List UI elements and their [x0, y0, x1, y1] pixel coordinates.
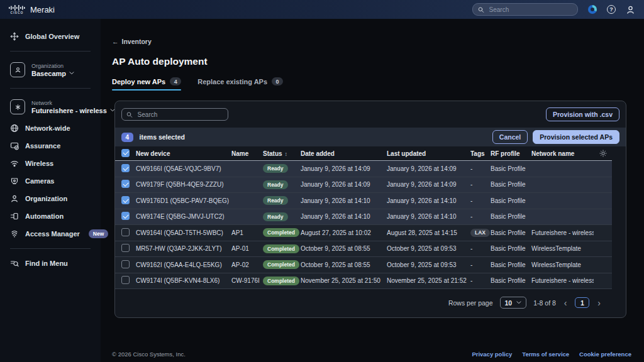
status-badge: Completed [263, 228, 299, 237]
search-icon [126, 111, 133, 118]
rf-profile-cell: Basic Profile [491, 197, 531, 204]
sidebar-divider [10, 88, 91, 89]
sidebar-item-label: Automation [25, 212, 64, 220]
tag-pill: LAX [470, 229, 490, 237]
globe-icon [10, 124, 19, 133]
organization-box-icon [10, 62, 25, 77]
sidebar-item-label: Wireless [25, 160, 53, 167]
network-switcher[interactable]: Network Futureishere - wireless [0, 94, 101, 119]
global-search-input[interactable] [488, 6, 572, 14]
row-checkbox[interactable] [121, 212, 130, 220]
last-updated-cell: October 9, 2025 at 09:53 [387, 245, 470, 252]
meraki-dashboard: CISCO Meraki ? Global Overview Orga [0, 0, 644, 362]
name-cell: AP-02 [231, 261, 263, 268]
rows-per-page-select[interactable]: 10 [500, 297, 527, 309]
col-status[interactable]: Status↕ [263, 150, 301, 157]
automation-icon [10, 212, 19, 221]
sidebar-item-cameras[interactable]: Cameras [0, 172, 101, 190]
status-badge: Completed [263, 244, 299, 253]
organization-switcher[interactable]: Organization Basecamp [0, 57, 101, 82]
provision-selected-button[interactable]: Provision selected APs [533, 130, 619, 144]
date-added-cell: October 9, 2025 at 08:55 [301, 261, 387, 268]
date-added-cell: August 27, 2025 at 10:02 [301, 229, 387, 236]
select-all-checkbox[interactable] [121, 149, 130, 157]
wifi-icon [10, 159, 19, 168]
table-row[interactable]: CW9166I (Q5AE-VQJC-9BV7) Ready January 9… [115, 161, 612, 177]
network-value: Futureishere - wireless [31, 107, 107, 114]
sidebar-divider [10, 248, 91, 249]
column-settings-icon[interactable] [599, 150, 612, 157]
device-cell: CW9166I (Q5AE-VQJC-9BV7) [136, 165, 231, 172]
provision-csv-button[interactable]: Provision with .csv [546, 107, 619, 121]
tags-cell: - [470, 261, 491, 268]
sidebar-item-assurance[interactable]: Assurance [0, 137, 101, 155]
table-row[interactable]: CW9174E (Q5BG-JMVJ-UTC2) Ready January 9… [115, 209, 612, 226]
tags-cell: LAX [470, 229, 491, 237]
privacy-policy-link[interactable]: Privacy policy [472, 351, 512, 358]
back-link-inventory[interactable]: ← Inventory [112, 38, 152, 45]
col-date-added: Date added [301, 150, 387, 157]
current-page-button[interactable]: 1 [575, 297, 589, 308]
next-page-button[interactable]: › [596, 299, 602, 307]
row-checkbox[interactable] [121, 196, 130, 204]
tags-cell: - [470, 245, 491, 252]
status-badge: Ready [263, 180, 288, 189]
tags-cell: - [470, 181, 491, 188]
sidebar-item-label: Assurance [25, 142, 60, 150]
global-overview-icon [10, 32, 19, 41]
back-arrow-icon: ← [112, 38, 119, 45]
sidebar-item-wireless[interactable]: Wireless [0, 155, 101, 172]
status-badge: Ready [263, 212, 288, 221]
cookie-preference-link[interactable]: Cookie preference [579, 351, 631, 358]
pagination: Rows per page 10 1-8 of 8 ‹ 1 › [115, 289, 626, 317]
rf-profile-cell: Basic Profile [491, 181, 531, 188]
name-cell: AP1 [231, 229, 263, 236]
card-toolbar: Provision with .csv [115, 101, 626, 128]
table-search[interactable] [121, 108, 228, 121]
terms-of-service-link[interactable]: Terms of service [522, 351, 569, 358]
table-row[interactable]: CW9176D1 (Q5BC-PAV7-BQEG) Ready January … [115, 193, 612, 209]
last-updated-cell: January 9, 2026 at 14:09 [387, 181, 470, 188]
main-content: ← Inventory AP Auto deployment Deploy ne… [101, 19, 644, 346]
row-checkbox[interactable] [121, 260, 130, 268]
tab-bar: Deploy new APs 4 Replace existing APs 0 [112, 77, 644, 90]
network-name-cell: Futureishere - wireless [531, 277, 594, 284]
help-icon[interactable]: ? [607, 5, 616, 14]
sidebar-item-find-in-menu[interactable]: Find in Menu [0, 255, 101, 272]
sidebar-item-network-wide[interactable]: Network-wide [0, 119, 101, 137]
table-search-input[interactable] [136, 111, 223, 119]
row-checkbox[interactable] [121, 228, 130, 236]
usage-donut-icon[interactable] [588, 5, 597, 14]
table-row[interactable]: MR57-HW (Q3AP-2JKK-2LYT) AP-01 Completed… [115, 241, 612, 258]
date-added-cell: January 9, 2026 at 14:10 [301, 213, 387, 220]
status-badge: Ready [263, 196, 288, 205]
account-icon[interactable] [626, 5, 635, 14]
table-row[interactable]: CW9174I (Q5BF-KVN4-8LX6) CW-9176I Comple… [115, 273, 612, 290]
tab-deploy-new-aps[interactable]: Deploy new APs 4 [112, 77, 181, 90]
date-added-cell: November 25, 2025 at 21:50 [301, 277, 387, 284]
sidebar-item-access-manager[interactable]: Access Manager New [0, 225, 101, 243]
name-cell: CW-9176I [231, 277, 263, 284]
sidebar-item-automation[interactable]: Automation [0, 207, 101, 225]
last-updated-cell: January 9, 2026 at 14:10 [387, 213, 470, 220]
table-row[interactable]: CW9179F (Q5BH-4QE9-ZZZU) Ready January 9… [115, 177, 612, 194]
device-cell: CW9174E (Q5BG-JMVJ-UTC2) [136, 213, 231, 220]
table-row[interactable]: CW9164I (Q5AD-T5TH-5WBC) AP1 Completed A… [115, 225, 612, 241]
tab-replace-existing-aps[interactable]: Replace existing APs 0 [197, 77, 283, 90]
sidebar-item-global-overview[interactable]: Global Overview [0, 28, 101, 45]
row-checkbox[interactable] [121, 244, 130, 252]
global-search[interactable] [472, 3, 578, 16]
network-name-cell: WirelessTemplate [531, 261, 594, 268]
row-checkbox[interactable] [121, 276, 130, 284]
brand[interactable]: CISCO Meraki [9, 5, 55, 14]
prev-page-button[interactable]: ‹ [563, 299, 569, 307]
last-updated-cell: October 9, 2025 at 09:53 [387, 261, 470, 268]
row-checkbox[interactable] [121, 180, 130, 188]
page-title: AP Auto deployment [112, 56, 644, 67]
cancel-button[interactable]: Cancel [492, 130, 528, 144]
sidebar-item-organization[interactable]: Organization [0, 190, 101, 207]
table-body: CW9166I (Q5AE-VQJC-9BV7) Ready January 9… [115, 161, 612, 289]
table-row[interactable]: CW9162I (Q5AA-E4LQ-E5KG) AP-02 Completed… [115, 257, 612, 273]
row-checkbox[interactable] [121, 164, 130, 172]
rf-profile-cell: Basic Profile [491, 165, 531, 172]
